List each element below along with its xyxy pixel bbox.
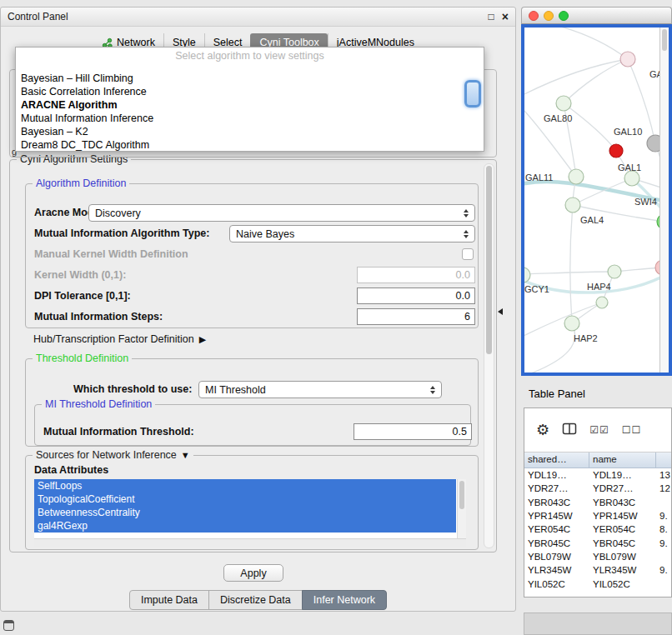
- combo-arrows-icon: [425, 386, 435, 394]
- table-row[interactable]: YBR043C YBR043C: [524, 496, 671, 509]
- tab-infer-network[interactable]: Infer Network: [302, 590, 387, 610]
- restore-panel-icon[interactable]: [3, 620, 14, 631]
- sources-group: Sources for Network Inference ▼ Data Att…: [25, 455, 479, 550]
- column-header-shared-name[interactable]: shared…: [524, 452, 589, 468]
- float-window-icon[interactable]: □: [489, 12, 494, 22]
- zoom-traffic-light-icon[interactable]: [559, 11, 569, 21]
- network-edge: [524, 272, 614, 274]
- table-row[interactable]: YLR345W YLR345W 9.: [524, 563, 671, 577]
- table-row[interactable]: YDR27… YDR27… 12: [524, 482, 671, 495]
- table-cell: YBR043C: [524, 498, 589, 508]
- table-row[interactable]: YBR045C YBR045C 9.: [524, 536, 671, 549]
- dpi-tolerance-field[interactable]: 0.0: [357, 288, 475, 304]
- network-node-hap2[interactable]: [564, 316, 579, 331]
- attribute-item-selected[interactable]: SelfLoops: [34, 479, 456, 492]
- minimize-traffic-light-icon[interactable]: [544, 11, 554, 21]
- table-cell: YDR27…: [589, 483, 656, 493]
- attribute-item-selected[interactable]: gal4RGexp: [34, 519, 456, 532]
- attribute-item-selected[interactable]: BetweennessCentrality: [34, 506, 456, 519]
- network-node[interactable]: [620, 52, 635, 67]
- algorithm-option[interactable]: Bayesian – K2: [16, 125, 484, 138]
- mi-algorithm-type-select[interactable]: Naive Bayes: [229, 225, 475, 242]
- network-node[interactable]: [596, 297, 608, 308]
- network-edge: [564, 103, 616, 151]
- table-cell: YDL19…: [589, 470, 656, 480]
- mi-threshold-field[interactable]: 0.5: [354, 423, 472, 440]
- network-node-gal1[interactable]: [624, 171, 639, 186]
- hub-transcription-factor-expander[interactable]: Hub/Transcription Factor Definition ▶: [33, 333, 206, 345]
- scrollbar-thumb[interactable]: [486, 166, 492, 354]
- settings-vertical-scrollbar[interactable]: [484, 163, 494, 548]
- control-panel-titlebar: Control Panel □ ×: [1, 8, 515, 27]
- table-cell: 9.: [656, 565, 671, 575]
- table-cell: YBL079W: [524, 552, 589, 562]
- mi-threshold-label: Mutual Information Threshold:: [43, 426, 194, 438]
- table-settings-gear-icon[interactable]: ⚙: [536, 422, 549, 438]
- network-node-gal80[interactable]: [556, 96, 571, 111]
- column-header-name[interactable]: name: [589, 452, 656, 468]
- network-node-gcy1[interactable]: [524, 268, 530, 282]
- network-node[interactable]: [608, 265, 621, 278]
- network-node-gal11[interactable]: [569, 169, 584, 184]
- tab-impute-data[interactable]: Impute Data: [129, 590, 209, 610]
- attribute-list-vertical-scrollbar[interactable]: [457, 479, 466, 538]
- algorithm-option[interactable]: Dream8 DC_TDC Algorithm: [16, 138, 484, 152]
- table-row[interactable]: YER054C YER054C 8.: [524, 522, 671, 536]
- algorithm-option[interactable]: Mutual Information Inference: [16, 112, 484, 125]
- which-threshold-label: Which threshold to use:: [73, 383, 192, 395]
- which-threshold-select[interactable]: MI Threshold: [198, 381, 442, 398]
- combo-arrows-icon: [459, 230, 469, 238]
- network-edge: [524, 59, 628, 94]
- cyni-algorithm-settings-group: Cyni Algorithm Settings Algorithm Defini…: [9, 159, 497, 552]
- table-row[interactable]: YPR145W YPR145W 9.: [524, 509, 671, 522]
- algorithm-option-highlighted[interactable]: ARACNE Algorithm: [16, 98, 484, 112]
- network-edge: [570, 205, 573, 323]
- select-all-rows-icon[interactable]: ☑☑: [589, 424, 609, 436]
- algorithm-option[interactable]: Bayesian – Hill Climbing: [16, 72, 484, 85]
- table-row[interactable]: YIL052C YIL052C: [524, 577, 671, 590]
- network-vertical-scrollbar[interactable]: [659, 28, 669, 372]
- network-node-gal10[interactable]: [609, 144, 623, 158]
- network-window-titlebar[interactable]: [521, 7, 672, 24]
- mi-steps-value: 6: [464, 311, 470, 322]
- data-attributes-list[interactable]: SelfLoops TopologicalCoefficient Between…: [34, 479, 466, 548]
- mi-threshold-value: 0.5: [453, 426, 467, 438]
- collapse-down-icon[interactable]: ▼: [181, 450, 190, 460]
- mi-steps-field[interactable]: 6: [357, 308, 475, 325]
- scrollbar-thumb[interactable]: [459, 481, 464, 509]
- table-row[interactable]: YDL19… YDL19… 13: [524, 468, 671, 482]
- table-cell: YLR345W: [589, 565, 656, 575]
- table-header-row: shared… name: [524, 452, 671, 468]
- table-toolbar: ⚙ ☑☑ ☐☐: [524, 408, 671, 452]
- attribute-list-horizontal-scrollbar[interactable]: [34, 538, 466, 548]
- algorithm-dropdown-popup: Select algorithm to view settings Bayesi…: [15, 47, 484, 152]
- tab-discretize-data[interactable]: Discretize Data: [208, 590, 303, 610]
- node-label: SWI4: [634, 197, 657, 207]
- close-window-icon[interactable]: ×: [502, 12, 509, 22]
- node-label: GAL4: [580, 215, 604, 225]
- deselect-all-rows-icon[interactable]: ☐☐: [622, 424, 642, 436]
- table-cell: YPR145W: [589, 511, 656, 521]
- scrollbar-thumb[interactable]: [662, 29, 667, 51]
- algorithm-option[interactable]: Basic Correlation Inference: [16, 85, 484, 98]
- aracne-mode-select[interactable]: Discovery: [88, 204, 475, 222]
- node-label: GAL11: [525, 172, 553, 182]
- hub-section-label: Hub/Transcription Factor Definition: [33, 333, 194, 345]
- attribute-item-selected[interactable]: TopologicalCoefficient: [34, 492, 456, 506]
- sources-title-text: Sources for Network Inference: [36, 449, 177, 461]
- table-cell: 13: [656, 470, 671, 480]
- manual-kernel-width-checkbox[interactable]: [462, 248, 474, 260]
- close-traffic-light-icon[interactable]: [529, 11, 539, 21]
- network-canvas[interactable]: GAL GAL80 GAL10 GAL11 GAL1 SWI4 GAL4 GCY…: [521, 24, 672, 376]
- split-pane-collapse-arrow[interactable]: [498, 308, 503, 315]
- focused-spinner-control[interactable]: [464, 80, 481, 108]
- node-label: HAP4: [587, 282, 611, 292]
- apply-button[interactable]: Apply: [223, 564, 283, 582]
- kernel-width-label: Kernel Width (0,1):: [34, 269, 126, 281]
- column-selector-icon[interactable]: [562, 422, 577, 438]
- table-row[interactable]: YBL079W YBL079W: [524, 550, 671, 563]
- kernel-width-field: 0.0: [357, 267, 475, 283]
- table-cell: 9.: [656, 511, 671, 521]
- column-header-partial[interactable]: [656, 452, 671, 468]
- network-node-gal4[interactable]: [565, 198, 580, 212]
